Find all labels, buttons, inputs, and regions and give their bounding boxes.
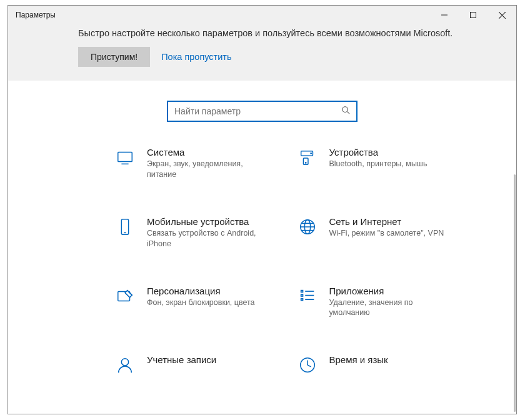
tile-personalization[interactable]: Персонализация Фон, экран блокировки, цв… xyxy=(114,286,297,319)
tile-title: Учетные записи xyxy=(147,354,216,365)
settings-window: Параметры Быстро настройте несколько пар… xyxy=(8,5,517,414)
tile-title: Сеть и Интернет xyxy=(329,216,444,227)
close-button[interactable] xyxy=(488,6,516,24)
svg-line-30 xyxy=(308,365,311,367)
apps-icon xyxy=(297,286,318,307)
tile-text: Учетные записи xyxy=(147,354,216,366)
tile-title: Устройства xyxy=(329,147,428,158)
svg-rect-23 xyxy=(301,298,302,300)
tile-text: Время и язык xyxy=(329,354,388,366)
search-icon xyxy=(341,106,350,117)
welcome-banner: Быстро настройте несколько параметров и … xyxy=(8,24,516,81)
tile-text: Система Экран, звук, уведомления, питани… xyxy=(147,147,266,180)
paint-icon xyxy=(114,286,136,307)
banner-actions: Приступим! Пока пропустить xyxy=(78,47,501,67)
skip-link[interactable]: Пока пропустить xyxy=(161,52,231,62)
tile-devices[interactable]: Устройства Bluetooth, принтеры, мышь xyxy=(297,147,479,180)
content-area: Система Экран, звук, уведомления, питани… xyxy=(8,81,516,414)
svg-point-4 xyxy=(342,107,348,112)
tile-title: Система xyxy=(147,147,266,158)
start-button[interactable]: Приступим! xyxy=(78,47,150,67)
maximize-button[interactable] xyxy=(459,6,488,24)
search-box[interactable] xyxy=(167,101,358,122)
svg-rect-6 xyxy=(118,152,132,162)
search-wrap xyxy=(8,81,516,147)
tile-title: Время и язык xyxy=(329,354,388,365)
svg-rect-22 xyxy=(301,294,302,296)
tile-text: Мобильные устройства Связать устройство … xyxy=(147,216,266,249)
tile-time-language[interactable]: Время и язык xyxy=(297,354,479,376)
globe-icon xyxy=(297,216,318,238)
tile-text: Сеть и Интернет Wi-Fi, режим "в самолете… xyxy=(329,216,444,239)
display-icon xyxy=(114,147,136,168)
scrollbar[interactable] xyxy=(514,174,516,412)
svg-rect-12 xyxy=(121,219,128,234)
svg-line-5 xyxy=(348,112,350,114)
svg-rect-1 xyxy=(471,12,476,18)
tile-title: Приложения xyxy=(329,286,448,296)
svg-point-11 xyxy=(310,153,311,154)
tile-system[interactable]: Система Экран, звук, уведомления, питани… xyxy=(114,147,297,180)
tile-text: Устройства Bluetooth, принтеры, мышь xyxy=(329,147,428,169)
svg-rect-21 xyxy=(301,290,302,292)
account-icon xyxy=(114,354,136,376)
clock-icon xyxy=(297,354,318,376)
svg-point-27 xyxy=(121,359,128,366)
devices-icon xyxy=(297,147,318,168)
svg-point-10 xyxy=(305,162,306,163)
tile-text: Персонализация Фон, экран блокировки, цв… xyxy=(147,286,255,308)
phone-icon xyxy=(114,216,136,238)
tile-phone[interactable]: Мобильные устройства Связать устройство … xyxy=(114,216,297,249)
titlebar: Параметры xyxy=(8,6,516,24)
search-input[interactable] xyxy=(174,106,341,116)
window-title: Параметры xyxy=(8,11,56,19)
tile-subtitle: Bluetooth, принтеры, мышь xyxy=(329,159,428,169)
banner-text: Быстро настройте несколько параметров и … xyxy=(78,28,501,38)
tile-subtitle: Связать устройство с Android, iPhone xyxy=(147,228,266,249)
settings-grid: Система Экран, звук, уведомления, питани… xyxy=(8,147,516,376)
tile-text: Приложения Удаление, значения по умолчан… xyxy=(329,286,448,319)
minimize-button[interactable] xyxy=(430,6,459,24)
tile-network[interactable]: Сеть и Интернет Wi-Fi, режим "в самолете… xyxy=(297,216,479,249)
tile-subtitle: Удаление, значения по умолчанию xyxy=(329,298,448,319)
tile-subtitle: Фон, экран блокировки, цвета xyxy=(147,298,255,308)
tile-title: Мобильные устройства xyxy=(147,216,266,227)
tile-subtitle: Экран, звук, уведомления, питание xyxy=(147,159,266,180)
tile-accounts[interactable]: Учетные записи xyxy=(114,354,297,376)
tile-subtitle: Wi-Fi, режим "в самолете", VPN xyxy=(329,228,444,239)
tile-apps[interactable]: Приложения Удаление, значения по умолчан… xyxy=(297,286,479,319)
tile-title: Персонализация xyxy=(147,286,255,296)
window-controls xyxy=(430,6,516,24)
